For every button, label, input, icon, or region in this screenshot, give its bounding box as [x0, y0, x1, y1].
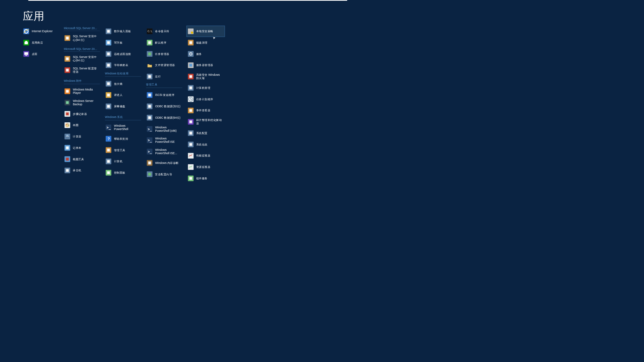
app-tile-secpol[interactable]: 本地安全策略 — [186, 26, 225, 37]
app-tile-explorer[interactable]: 文件资源管理器 — [146, 60, 183, 71]
clean-icon — [187, 39, 194, 46]
svg-rect-51 — [107, 42, 110, 44]
app-tile-notepad[interactable]: 记事本 — [64, 142, 101, 154]
app-tile-cleanmgr[interactable]: 磁盘清理 — [187, 37, 224, 48]
svg-rect-138 — [190, 109, 192, 112]
app-tile-snip[interactable]: 截图工具 — [64, 154, 101, 165]
app-tile-psr[interactable]: 步骤记录器 — [64, 108, 101, 120]
app-tile-sql-install-1[interactable]: SQL Server 安装中心(64 位) — [64, 33, 101, 44]
taskmgr-icon — [146, 50, 153, 57]
app-tile-comsvc[interactable]: 组件服务 — [187, 173, 224, 184]
app-tile-eventvwr[interactable]: 事件查看器 — [187, 105, 224, 116]
app-tile-tasksched[interactable]: 任务计划程序 — [187, 94, 224, 105]
app-tile-memdiag[interactable]: Windows 内存诊断 — [146, 157, 183, 169]
svg-point-30 — [68, 125, 69, 126]
app-tile-compmgmt[interactable]: 计算机管理 — [187, 82, 224, 94]
store-icon — [23, 39, 30, 46]
app-tile-store[interactable]: 应用商店 — [23, 37, 60, 48]
app-label: 远程桌面连接 — [114, 52, 131, 56]
app-tile-computer[interactable]: 计算机 — [105, 156, 142, 167]
app-tile-defrag[interactable]: 碎片整理和优化驱动器 — [187, 116, 224, 128]
app-tile-ps86[interactable]: >_Windows PowerShell (x86) — [146, 123, 183, 135]
app-tile-perfmon[interactable]: 性能监视器 — [187, 150, 224, 162]
app-tile-odbc64[interactable]: ODBC 数据源(64位) — [146, 112, 183, 123]
app-tile-helpsupport[interactable]: ?帮助和支持 — [105, 133, 142, 144]
app-label: Windows PowerShell ISE... — [155, 148, 181, 155]
app-tile-rdp[interactable]: 远程桌面连接 — [105, 48, 142, 60]
app-label: ODBC 数据源(64位) — [155, 116, 180, 119]
app-tile-osk[interactable]: 屏幕键盘 — [105, 101, 142, 112]
defaults-icon — [146, 39, 153, 46]
app-tile-servermgr[interactable]: 服务器管理器 — [187, 60, 224, 71]
app-label: 录音机 — [73, 169, 81, 172]
app-tile-wmp[interactable]: Windows Media Player — [64, 85, 101, 97]
app-tile-desktop[interactable]: 桌面 — [23, 48, 60, 60]
app-tile-firewall[interactable]: 高级安全 Windows 防火墙 — [187, 71, 224, 82]
app-tile-admintools[interactable]: 管理工具 — [105, 144, 142, 156]
app-tile-mathinput[interactable]: 数学输入面板 — [105, 26, 142, 37]
app-tile-calc[interactable]: 计算器 — [64, 131, 101, 142]
app-tile-cmd[interactable]: C:\命令提示符 — [146, 26, 183, 37]
app-label: 控制面板 — [114, 171, 125, 174]
app-tile-scw[interactable]: 安全配置向导 — [146, 169, 183, 180]
app-tile-paint[interactable]: 画图 — [64, 120, 101, 131]
app-label: 系统配置 — [196, 131, 208, 135]
svg-rect-13 — [66, 58, 68, 60]
app-label: Windows PowerShell (x86) — [155, 126, 181, 132]
app-label: 计算机管理 — [196, 86, 210, 89]
app-label: iSCSI 发起程序 — [155, 93, 174, 97]
app-tile-wsb[interactable]: Windows Server Backup — [64, 97, 101, 108]
app-label: 应用商店 — [32, 41, 43, 44]
app-tile-taskmgr[interactable]: 任务管理器 — [146, 48, 183, 60]
narrator-icon — [105, 92, 112, 99]
svg-rect-3 — [24, 42, 28, 44]
svg-rect-10 — [66, 37, 68, 39]
svg-text:>_: >_ — [148, 138, 152, 142]
svg-rect-113 — [149, 173, 151, 175]
apps-grid: Internet Explorer应用商店桌面Microsoft SQL Ser… — [23, 26, 228, 184]
resmon-icon — [187, 164, 194, 171]
app-tile-psise[interactable]: >_Windows PowerShell ISE — [146, 135, 183, 146]
app-label: ODBC 数据源(32位) — [155, 105, 180, 108]
sysconf-icon — [187, 129, 194, 136]
box-icon — [64, 35, 71, 42]
app-tile-charmap[interactable]: 字符映射表 — [105, 60, 142, 71]
notepad-icon — [64, 144, 71, 151]
app-tile-soundrec[interactable]: 录音机 — [64, 165, 101, 176]
desktop-icon — [23, 50, 30, 57]
app-label: 计算器 — [73, 135, 81, 138]
svg-text:>_: >_ — [148, 127, 152, 131]
app-tile-odbc32[interactable]: ODBC 数据源(32位) — [146, 101, 183, 112]
top-divider-bar — [28, 0, 347, 1]
app-tile-services[interactable]: 服务 — [187, 48, 224, 60]
app-tile-narrator[interactable]: 讲述人 — [105, 89, 142, 101]
app-label: 屏幕键盘 — [114, 105, 125, 108]
svg-rect-125 — [190, 64, 192, 66]
svg-rect-54 — [107, 53, 110, 55]
svg-rect-22 — [66, 102, 68, 104]
app-tile-resmon[interactable]: 资源监视器 — [187, 162, 224, 173]
app-label: Windows Server Backup — [73, 99, 99, 106]
app-tile-iscsi[interactable]: iSCSI 发起程序 — [146, 89, 183, 101]
app-tile-magnifier[interactable]: 放大镜 — [105, 78, 142, 89]
app-label: 记事本 — [73, 146, 81, 149]
svg-rect-98 — [149, 105, 151, 108]
app-tile-sql-install-2[interactable]: SQL Server 安装中心(64 位) — [64, 53, 101, 65]
svg-rect-6 — [24, 52, 28, 55]
app-tile-sysinfo[interactable]: 系统信息 — [187, 139, 224, 150]
app-tile-controlpanel[interactable]: 控制面板 — [105, 167, 142, 178]
app-tile-run[interactable]: 运行 — [146, 71, 183, 82]
svg-rect-147 — [190, 143, 192, 146]
ps-icon: >_ — [146, 125, 153, 132]
app-tile-ie[interactable]: Internet Explorer — [23, 26, 60, 37]
app-label: 放大镜 — [114, 82, 122, 85]
app-tile-wordpad[interactable]: 写字板 — [105, 37, 142, 48]
app-tile-psise86[interactable]: >_Windows PowerShell ISE... — [146, 146, 183, 157]
app-tile-sql-config[interactable]: SQL Server 配置管理器 — [64, 64, 101, 76]
column-2: 数学输入面板写字板远程桌面连接字符映射表Windows 轻松使用放大镜讲述人屏幕… — [105, 26, 145, 184]
app-label: 组件服务 — [196, 177, 208, 180]
app-tile-msconfig[interactable]: 系统配置 — [187, 127, 224, 139]
app-tile-powershell[interactable]: >_Windows PowerShell — [105, 122, 142, 133]
app-tile-defaults[interactable]: 默认程序 — [146, 37, 183, 48]
fw-icon — [187, 73, 194, 80]
